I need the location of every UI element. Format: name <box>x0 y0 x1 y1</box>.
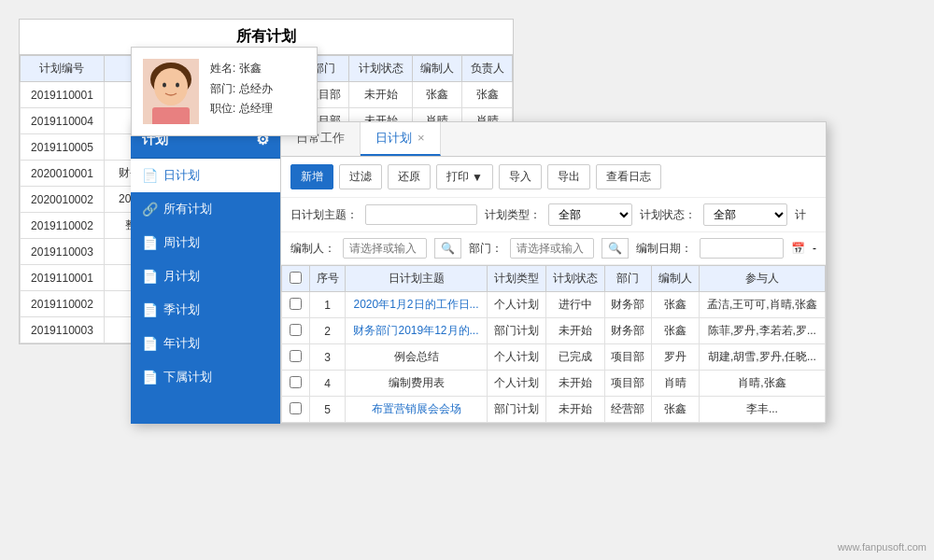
row-checkbox[interactable] <box>290 402 302 414</box>
row-status: 进行中 <box>545 292 604 318</box>
table-row[interactable]: 3例会总结个人计划已完成项目部罗丹胡建,胡雪,罗丹,任晓... <box>282 344 826 371</box>
sidebar-item-quarterly[interactable]: 📄季计划 <box>131 293 280 327</box>
print-button[interactable]: 打印 ▼ <box>436 164 493 189</box>
data-col-header-4: 计划状态 <box>545 266 604 292</box>
row-creator: 肖晴 <box>652 371 700 397</box>
user-pos-row: 职位: 总经理 <box>210 99 305 119</box>
sidebar-item-weekly[interactable]: 📄周计划 <box>131 226 280 259</box>
bg-col-header: 编制人 <box>413 56 462 82</box>
creator-search-icon[interactable]: 🔍 <box>434 238 461 259</box>
data-col-header-6: 编制人 <box>652 266 700 292</box>
watermark: www.fanpusoft.com <box>838 541 927 553</box>
table-cell: 2019110005 <box>21 134 105 161</box>
table-cell: 2019110003 <box>21 317 105 343</box>
log-button[interactable]: 查看日志 <box>596 164 661 189</box>
type-label: 计划类型： <box>485 207 541 223</box>
sidebar-icon-all: 🔗 <box>142 202 158 217</box>
row-status: 未开始 <box>545 397 604 423</box>
dept-input[interactable] <box>510 238 594 259</box>
table-row[interactable]: 2财务部门2019年12月的...部门计划未开始财务部张鑫陈菲,罗丹,李若若,罗… <box>282 318 826 344</box>
sidebar-item-all[interactable]: 🔗所有计划 <box>131 192 280 226</box>
table-cell: 2019110001 <box>21 82 105 108</box>
subject-input[interactable] <box>365 204 477 225</box>
sidebar: 计划 ⚙ 📄日计划🔗所有计划📄周计划📄月计划📄季计划📄年计划📄下属计划 <box>131 121 280 424</box>
table-cell: 张鑫 <box>462 82 513 108</box>
row-checkbox[interactable] <box>290 376 302 388</box>
row-checkbox[interactable] <box>290 350 302 362</box>
bg-col-header: 负责人 <box>462 56 513 82</box>
data-col-header-3: 计划类型 <box>487 266 545 292</box>
table-row[interactable]: 5布置营销展会会场部门计划未开始经营部张鑫李丰... <box>282 397 826 423</box>
row-num: 5 <box>310 397 346 423</box>
row-creator: 张鑫 <box>652 292 700 318</box>
row-status: 未开始 <box>545 318 604 344</box>
table-row[interactable]: 12020年1月2日的工作日...个人计划进行中财务部张鑫孟洁,王可可,肖晴,张… <box>282 292 826 318</box>
calendar-icon[interactable]: 📅 <box>791 242 805 255</box>
row-type: 个人计划 <box>487 292 545 318</box>
select-all-checkbox[interactable] <box>290 272 302 284</box>
type-select[interactable]: 全部 <box>548 203 632 226</box>
sidebar-item-daily[interactable]: 📄日计划 <box>131 159 280 192</box>
user-info: 姓名: 张鑫 部门: 总经办 职位: 总经理 <box>210 59 305 119</box>
subject-link[interactable]: 财务部门2019年12月的... <box>353 324 478 337</box>
subject-link[interactable]: 2020年1月2日的工作日... <box>353 298 478 311</box>
svg-point-4 <box>176 83 179 88</box>
restore-button[interactable]: 还原 <box>388 164 431 189</box>
data-col-header-2: 日计划主题 <box>346 266 488 292</box>
main-panel: 日常工作日计划× 新增 过滤 还原 打印 ▼ 导入 导出 查看日志 日计划主题：… <box>280 121 827 424</box>
row-num: 4 <box>310 371 346 397</box>
subject-text: 编制费用表 <box>346 371 488 397</box>
tab-close-daily[interactable]: × <box>417 131 425 145</box>
row-status: 已完成 <box>545 344 604 371</box>
row-checkbox[interactable] <box>290 324 302 336</box>
row-participants: 胡建,胡雪,罗丹,任晓... <box>699 344 825 371</box>
row-participants: 陈菲,罗丹,李若若,罗... <box>699 318 825 344</box>
sidebar-item-monthly[interactable]: 📄月计划 <box>131 259 280 293</box>
data-col-header-5: 部门 <box>604 266 652 292</box>
sidebar-label-daily: 日计划 <box>163 167 200 184</box>
creator-input[interactable] <box>343 238 427 259</box>
toolbar: 新增 过滤 还原 打印 ▼ 导入 导出 查看日志 <box>281 157 826 198</box>
export-button[interactable]: 导出 <box>547 164 590 189</box>
tabs: 日常工作日计划× <box>281 122 826 157</box>
user-card: 姓名: 张鑫 部门: 总经办 职位: 总经理 <box>131 47 318 136</box>
row-dept: 财务部 <box>604 292 652 318</box>
row-dept: 项目部 <box>604 371 652 397</box>
table-cell: 2019110004 <box>21 108 105 134</box>
row-status: 未开始 <box>545 371 604 397</box>
popup-container: 姓名: 张鑫 部门: 总经办 职位: 总经理 计划 ⚙ 📄日计划🔗所有计划📄周计… <box>131 121 827 424</box>
date-separator: - <box>813 242 816 255</box>
new-button[interactable]: 新增 <box>290 164 333 189</box>
svg-point-2 <box>154 68 188 105</box>
date-start-input[interactable] <box>700 238 784 259</box>
row-type: 个人计划 <box>487 344 545 371</box>
row-dept: 经营部 <box>604 397 652 423</box>
date-label: 编制日期： <box>636 241 692 257</box>
row-participants: 李丰... <box>699 397 825 423</box>
creator-label: 编制人： <box>290 241 335 257</box>
row-checkbox[interactable] <box>290 298 302 310</box>
data-table: 序号日计划主题计划类型计划状态部门编制人参与人 12020年1月2日的工作日..… <box>281 265 826 423</box>
table-row[interactable]: 4编制费用表个人计划未开始项目部肖晴肖晴,张鑫 <box>282 371 826 397</box>
filter-row-1: 日计划主题： 计划类型： 全部 计划状态： 全部 计 <box>281 198 826 232</box>
table-cell: 2020010001 <box>21 161 105 187</box>
dept-search-icon[interactable]: 🔍 <box>601 238 629 259</box>
data-table-wrap: 序号日计划主题计划类型计划状态部门编制人参与人 12020年1月2日的工作日..… <box>281 265 826 423</box>
print-arrow-icon: ▼ <box>472 171 483 184</box>
table-cell: 2019110003 <box>21 239 105 265</box>
sidebar-icon-monthly: 📄 <box>142 269 158 284</box>
row-participants: 肖晴,张鑫 <box>699 371 825 397</box>
status-select[interactable]: 全部 <box>703 203 787 226</box>
filter-button[interactable]: 过滤 <box>339 164 382 189</box>
sidebar-item-sub[interactable]: 📄下属计划 <box>131 360 280 394</box>
table-cell: 未开始 <box>349 82 413 108</box>
tab-daily[interactable]: 日计划× <box>361 122 441 156</box>
table-cell: 2020010002 <box>21 187 105 213</box>
data-col-header-0 <box>282 266 310 292</box>
user-dept-row: 部门: 总经办 <box>210 79 305 100</box>
sidebar-item-yearly[interactable]: 📄年计划 <box>131 327 280 360</box>
svg-rect-5 <box>152 107 190 124</box>
subject-link[interactable]: 布置营销展会会场 <box>372 402 461 415</box>
import-button[interactable]: 导入 <box>499 164 542 189</box>
row-num: 2 <box>310 318 346 344</box>
